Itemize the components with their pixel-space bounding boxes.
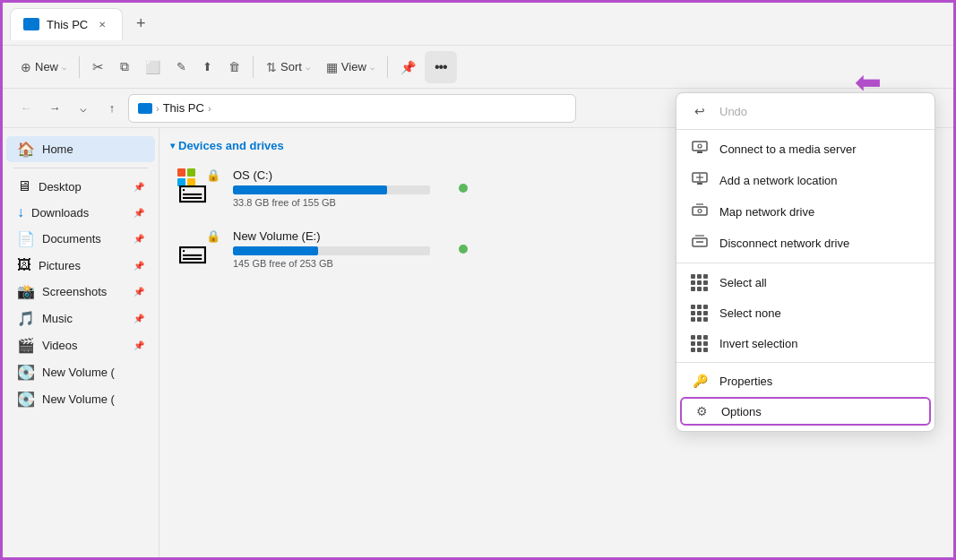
downloads-icon: ↓ [17,204,24,220]
menu-item-options[interactable]: ⚙ Options [680,397,931,426]
menu-separator-3 [676,362,934,363]
view-icon: ▦ [326,60,338,74]
breadcrumb[interactable]: › This PC › [128,94,576,123]
options-icon: ⚙ [693,404,711,418]
sidebar-item-home[interactable]: 🏠 Home [6,136,155,162]
menu-options-label: Options [721,405,762,418]
pin-icon-documents: 📌 [133,234,144,244]
svg-rect-4 [697,183,702,185]
drive-e-name: New Volume (E:) [233,229,450,243]
more-options-button[interactable]: ••• [425,51,457,83]
menu-separator-1 [676,129,934,130]
sidebar-item-pictures[interactable]: 🖼 Pictures 📌 [6,253,155,278]
drive-icon-2: 💽 [17,391,35,408]
breadcrumb-separator-2: › [208,103,211,114]
drive-c-size: 33.8 GB free of 155 GB [233,197,450,208]
invert-selection-icon [691,335,709,351]
drive-e-bar-fill [233,246,318,255]
pin-icon-videos: 📌 [133,340,144,350]
menu-undo-label: Undo [719,105,747,118]
drive-e-icon-container: 🔒 🖴 [177,229,224,269]
svg-point-2 [698,144,702,148]
rename-button[interactable]: ✎ [169,56,194,78]
forward-button[interactable]: → [42,96,67,121]
svg-rect-0 [693,142,707,151]
toolbar-separator-2 [253,56,254,78]
back-button[interactable]: ← [13,96,39,121]
breadcrumb-this-pc[interactable]: This PC [163,101,204,115]
dropdown-menu: ↩ Undo Connect to a media server Add a n… [676,92,935,432]
menu-map-drive-label: Map network drive [719,205,814,219]
delete-button[interactable]: 🗑 [221,56,247,78]
sidebar-item-desktop[interactable]: 🖥 Desktop 📌 [6,174,155,199]
sort-chevron-icon: ⌵ [306,63,310,72]
sidebar-music-label: Music [42,312,73,325]
paste-icon: ⬜ [145,60,160,74]
up-button[interactable]: ↑ [99,96,125,121]
tab-close-button[interactable]: ✕ [95,17,109,31]
sidebar-item-downloads[interactable]: ↓ Downloads 📌 [6,200,155,225]
undo-icon: ↩ [691,104,709,118]
pin-button[interactable]: 📌 [393,56,423,79]
screenshots-icon: 📸 [17,283,35,300]
menu-item-map-drive[interactable]: Map network drive [676,196,934,228]
svg-rect-1 [697,151,702,153]
cut-button[interactable]: ✂ [85,55,111,80]
share-button[interactable]: ⬆ [195,56,220,78]
menu-item-properties[interactable]: 🔑 Properties [676,366,934,395]
sidebar-downloads-label: Downloads [31,206,89,220]
section-label: Devices and drives [178,139,284,152]
drive-e-status-dot [459,245,468,254]
drive-e-lock-icon: 🔒 [206,229,220,243]
tab-this-pc[interactable]: This PC ✕ [10,8,123,40]
delete-icon: 🗑 [228,60,240,73]
cut-icon: ✂ [92,59,104,75]
menu-separator-2 [676,263,934,263]
section-chevron-icon: ▾ [170,141,175,151]
paste-button[interactable]: ⬜ [138,56,168,79]
more-icon: ••• [435,59,447,75]
sidebar-newvol2-label: New Volume ( [42,392,115,406]
menu-disconnect-label: Disconnect network drive [719,237,849,250]
view-button[interactable]: ▦ View ⌵ [319,56,382,79]
menu-item-media-server[interactable]: Connect to a media server [676,134,934,165]
breadcrumb-separator-1: › [156,103,159,114]
drive-e-hdd-icon: 🖴 [177,234,208,269]
sidebar-home-label: Home [42,142,73,156]
sort-button[interactable]: ⇅ Sort ⌵ [259,56,317,79]
new-button[interactable]: ⊕ New ⌵ [13,56,73,79]
sidebar-item-screenshots[interactable]: 📸 Screenshots 📌 [6,279,155,305]
menu-select-all-label: Select all [719,276,767,289]
new-tab-button[interactable]: + [126,10,155,39]
pin-icon-music: 📌 [133,314,144,323]
menu-item-select-none[interactable]: Select none [676,297,934,328]
sidebar-videos-label: Videos [42,339,78,352]
recent-button[interactable]: ⌵ [71,96,96,121]
new-plus-icon: ⊕ [21,60,31,74]
menu-item-disconnect-drive[interactable]: Disconnect network drive [676,228,934,259]
menu-media-server-label: Connect to a media server [719,142,856,156]
copy-button[interactable]: ⧉ [113,55,136,79]
sidebar-item-music[interactable]: 🎵 Music 📌 [6,306,155,332]
drive-e[interactable]: 🔒 🖴 New Volume (E:) 145 GB free of 253 G… [170,222,475,276]
menu-invert-label: Invert selection [719,337,797,350]
menu-item-invert[interactable]: Invert selection [676,328,934,358]
sidebar-item-new-vol-1[interactable]: 💽 New Volume ( [6,359,155,385]
menu-item-add-network[interactable]: Add a network location [676,165,934,196]
pin-icon-desktop: 📌 [133,182,144,192]
map-drive-icon [691,203,709,220]
sidebar-item-videos[interactable]: 🎬 Videos 📌 [6,332,155,358]
drive-icon-1: 💽 [17,364,35,381]
menu-properties-label: Properties [719,375,772,388]
copy-icon: ⧉ [120,59,129,74]
sidebar-item-new-vol-2[interactable]: 💽 New Volume ( [6,386,155,412]
menu-item-select-all[interactable]: Select all [676,267,934,297]
menu-item-undo[interactable]: ↩ Undo [676,97,934,125]
sidebar-item-documents[interactable]: 📄 Documents 📌 [6,226,155,252]
pictures-icon: 🖼 [17,257,31,273]
view-chevron-icon: ⌵ [370,63,375,72]
drive-c[interactable]: 🔒 🖴 OS (C:) 33.8 GB free of 155 GB [170,161,475,215]
pin-icon-downloads: 📌 [133,208,144,218]
view-label: View [341,60,366,73]
share-icon: ⬆ [202,60,212,73]
